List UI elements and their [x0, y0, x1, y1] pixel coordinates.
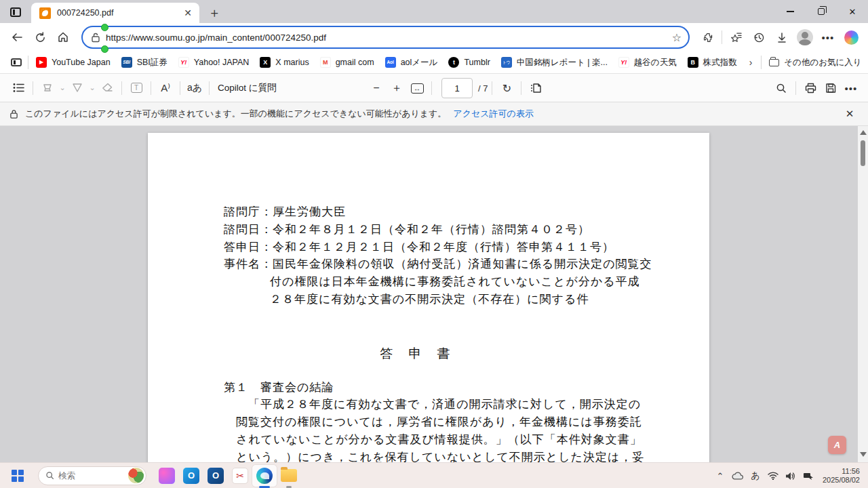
taskbar-edge-button[interactable]: [252, 465, 277, 487]
add-text-button[interactable]: T: [126, 78, 146, 98]
new-tab-button[interactable]: ＋: [205, 3, 224, 22]
divider: [431, 81, 432, 95]
home-button[interactable]: [52, 26, 75, 49]
taskbar-snipping-tool-button[interactable]: ✂: [228, 465, 252, 487]
search-input[interactable]: [58, 471, 113, 481]
bookmark-stock-index[interactable]: B 株式指数: [682, 54, 743, 71]
ime-mode-indicator[interactable]: あ: [748, 466, 763, 486]
zoom-in-button[interactable]: ＋: [387, 78, 407, 98]
taskbar-clock[interactable]: 11:56 2025/08/02: [818, 467, 864, 485]
divider: [209, 81, 210, 95]
bookmark-label: SBI証券: [137, 57, 167, 68]
divider: [722, 30, 722, 44]
scroll-up-arrow[interactable]: [860, 130, 867, 135]
notice-close-icon[interactable]: ✕: [841, 105, 859, 123]
bookmark-x-marius[interactable]: X X marius: [254, 54, 314, 70]
wifi-icon[interactable]: [766, 466, 781, 486]
other-favorites-label: その他のお気に入り: [784, 57, 861, 68]
profile-button[interactable]: [793, 26, 816, 49]
page-number-input[interactable]: [441, 78, 473, 98]
taskbar-paint-button[interactable]: [155, 465, 179, 487]
annotation-dot-top: [101, 24, 108, 31]
scroll-down-arrow[interactable]: [860, 452, 867, 457]
onedrive-cloud-icon[interactable]: [730, 466, 745, 486]
bookmark-label: gmail com: [336, 58, 374, 67]
youtube-icon: ▶: [36, 57, 47, 68]
address-bar[interactable]: https://www.soumu.go.jp/main_content/000…: [81, 26, 690, 49]
bookmark-koshigaya-weather[interactable]: Y! 越谷の天気: [613, 54, 682, 71]
download-icon: [776, 32, 787, 43]
erase-button[interactable]: [97, 78, 117, 98]
bookmark-youtube-japan[interactable]: ▶ YouTube Japan: [31, 54, 116, 70]
bookmark-gmail[interactable]: M gmail com: [315, 54, 380, 70]
read-aloud-button[interactable]: A⁾: [155, 78, 176, 98]
search-highlight-image[interactable]: [128, 468, 144, 483]
taskbar-search-box[interactable]: [38, 466, 146, 485]
bookmark-sbi[interactable]: SBI SBI証券: [116, 54, 173, 71]
close-button[interactable]: ✕: [837, 0, 868, 23]
minimize-button[interactable]: [774, 0, 806, 23]
refresh-button[interactable]: [28, 26, 52, 49]
open-in-acrobat-button[interactable]: A: [828, 436, 846, 454]
volume-icon[interactable]: [783, 466, 798, 486]
print-button[interactable]: [800, 78, 821, 98]
browser-essentials-button[interactable]: [696, 26, 719, 49]
yahoo-icon: Y!: [618, 57, 629, 68]
paint-icon: [159, 468, 175, 484]
fit-to-width-button[interactable]: ↔: [407, 78, 427, 98]
copilot-button[interactable]: [840, 26, 863, 49]
highlight-button[interactable]: [37, 78, 58, 98]
windows-logo-icon: [12, 470, 24, 482]
find-in-document-button[interactable]: [771, 78, 791, 98]
ask-copilot-button[interactable]: Copilot に質問: [218, 82, 277, 94]
scrollbar-thumb[interactable]: [861, 140, 865, 166]
doc-line: 「平成２８年度に有効な文書で，済通の開示請求に対して，開示決定の: [248, 396, 682, 413]
restore-button[interactable]: [806, 0, 837, 23]
back-button[interactable]: [5, 26, 28, 49]
more-options-button[interactable]: •••: [841, 78, 861, 98]
draw-dropdown-chevron-icon[interactable]: ⌄: [87, 83, 97, 92]
start-button[interactable]: [5, 465, 30, 487]
bookmark-china-report[interactable]: トウ 中国銘柄レポート | 楽...: [496, 54, 613, 71]
sidebar-toggle-button[interactable]: [7, 53, 26, 72]
taskbar-file-explorer-button[interactable]: [277, 465, 301, 487]
draw-button[interactable]: [67, 78, 87, 98]
tray-overflow-chevron-icon[interactable]: ⌃: [713, 466, 728, 486]
url-text[interactable]: https://www.soumu.go.jp/main_content/000…: [106, 33, 672, 43]
vertical-scrollbar[interactable]: [858, 126, 868, 462]
yahoo-icon: Y!: [178, 57, 189, 68]
favorite-star-icon[interactable]: ☆: [672, 31, 682, 44]
rotate-button[interactable]: ↻: [496, 78, 517, 98]
bookmark-aol-mail[interactable]: Aol aolメール: [380, 54, 443, 71]
tab-title: 000724250.pdf: [57, 8, 182, 18]
snipping-tool-icon: ✂: [232, 468, 248, 484]
history-button[interactable]: [747, 26, 770, 49]
search-icon: [776, 83, 787, 94]
table-of-contents-button[interactable]: [8, 78, 28, 98]
save-button[interactable]: [821, 78, 841, 98]
more-dots-icon: •••: [822, 32, 835, 43]
downloads-button[interactable]: [770, 26, 793, 49]
bookmarks-overflow-chevron-icon[interactable]: ›: [745, 56, 757, 69]
pdf-viewer-area: 諮問庁：厚生労働大臣 諮問日：令和２年８月１２日（令和２年（行情）諮問第４０２号…: [0, 126, 868, 462]
bookmark-yahoo-japan[interactable]: Y! Yahoo! JAPAN: [173, 54, 255, 70]
doc-line: 答申日：令和２年１２月２１日（令和２年度（行情）答申第４１１号）: [224, 239, 682, 256]
tab-layout-icon[interactable]: [4, 3, 27, 22]
taskbar-outlook-classic-button[interactable]: O: [203, 465, 228, 487]
view-permissions-link[interactable]: アクセス許可の表示: [453, 108, 534, 120]
translate-button[interactable]: aあ: [184, 78, 205, 98]
doc-line: 諮問庁：厚生労働大臣: [224, 203, 682, 221]
taskbar-outlook-button[interactable]: O: [179, 465, 203, 487]
tray-device-sync-icon[interactable]: [801, 466, 816, 486]
favorites-star-list-icon: [730, 32, 742, 43]
tab-close-icon[interactable]: ✕: [182, 7, 194, 19]
settings-menu-button[interactable]: •••: [816, 26, 840, 49]
page-view-button[interactable]: [526, 78, 546, 98]
minimize-icon: [787, 11, 794, 12]
favorites-button[interactable]: [724, 26, 747, 49]
browser-tab[interactable]: 000724250.pdf ✕: [31, 3, 199, 23]
zoom-out-button[interactable]: −: [366, 78, 387, 98]
highlight-dropdown-chevron-icon[interactable]: ⌄: [58, 83, 67, 92]
bookmark-tumblr[interactable]: t Tumblr: [443, 54, 495, 70]
other-favorites-button[interactable]: その他のお気に入り: [764, 54, 867, 71]
